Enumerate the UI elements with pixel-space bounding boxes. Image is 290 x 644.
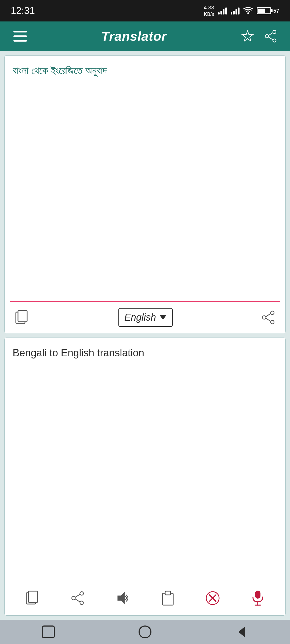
menu-button[interactable] <box>11 28 30 44</box>
share-source-icon <box>262 310 275 324</box>
svg-rect-11 <box>18 310 27 322</box>
share-toolbar-icon <box>265 30 277 43</box>
speaker-button[interactable] <box>113 588 132 608</box>
svg-point-7 <box>273 39 276 42</box>
nav-square-button[interactable] <box>39 622 58 642</box>
svg-rect-2 <box>13 35 27 37</box>
star-icon <box>241 30 254 43</box>
app-title: Translator <box>101 29 167 44</box>
svg-rect-36 <box>42 626 54 638</box>
battery-container: 57 <box>257 7 279 14</box>
result-card: Bengali to English translation <box>4 338 286 616</box>
toolbar: Translator <box>0 21 290 51</box>
cancel-circle-icon <box>206 591 220 605</box>
share-source-button[interactable] <box>259 308 277 327</box>
status-time: 12:31 <box>11 5 35 16</box>
microphone-icon <box>251 590 264 606</box>
status-bar: 12:31 4.33 KB/s <box>0 0 290 21</box>
battery-icon <box>257 7 271 14</box>
source-placeholder-text: বাংলা থেকে ইংরেজিতে অনুবাদ <box>13 65 107 76</box>
signal-bars-1 <box>218 7 227 14</box>
svg-point-6 <box>265 35 269 38</box>
svg-line-24 <box>75 599 80 602</box>
copy-result-button[interactable] <box>23 588 42 608</box>
svg-line-9 <box>269 37 273 40</box>
top-card-bar: English <box>5 302 285 333</box>
svg-rect-31 <box>255 591 260 599</box>
battery-percent: 57 <box>273 8 279 14</box>
svg-point-13 <box>271 311 274 314</box>
svg-marker-12 <box>159 315 167 320</box>
share-result-icon <box>71 591 84 605</box>
status-icons: 4.33 KB/s 57 <box>204 4 279 17</box>
result-text-area: Bengali to English translation <box>5 338 285 581</box>
copy-result-icon <box>26 591 40 606</box>
volume-icon <box>116 591 130 605</box>
svg-point-21 <box>72 597 75 600</box>
svg-rect-19 <box>28 591 38 602</box>
svg-marker-38 <box>238 627 245 637</box>
selected-language: English <box>124 312 156 323</box>
svg-point-0 <box>247 12 249 14</box>
copy-source-button[interactable] <box>13 307 32 328</box>
nav-home-button[interactable] <box>135 622 155 642</box>
copy-source-icon <box>15 310 29 325</box>
svg-point-14 <box>262 316 266 319</box>
wifi-icon <box>243 7 253 14</box>
nav-back-button[interactable] <box>232 622 251 642</box>
nav-back-icon <box>235 625 249 639</box>
bottom-card-bar <box>5 581 285 615</box>
svg-point-37 <box>139 626 151 638</box>
svg-marker-4 <box>242 31 253 41</box>
svg-point-5 <box>273 30 276 34</box>
svg-line-8 <box>269 33 273 35</box>
chevron-down-icon <box>159 315 167 320</box>
cancel-button[interactable] <box>203 588 222 608</box>
svg-point-22 <box>80 601 84 605</box>
svg-rect-3 <box>13 40 27 42</box>
svg-marker-25 <box>118 593 124 603</box>
svg-point-20 <box>80 592 84 595</box>
favorite-button[interactable] <box>238 27 257 45</box>
share-result-button[interactable] <box>68 588 87 608</box>
svg-rect-27 <box>165 591 171 595</box>
language-dropdown[interactable]: English <box>118 308 173 327</box>
nav-bar <box>0 620 290 644</box>
svg-line-17 <box>266 318 270 321</box>
source-text-area[interactable]: বাংলা থেকে ইংরেজিতে অনুবাদ <box>5 56 285 301</box>
svg-rect-1 <box>13 31 27 32</box>
main-content: বাংলা থেকে ইংরেজিতে অনুবাদ English <box>0 51 290 620</box>
source-card: বাংলা থেকে ইংরেজিতে অনুবাদ English <box>4 55 286 333</box>
result-translation-text: Bengali to English translation <box>13 347 144 358</box>
hamburger-icon <box>13 31 27 42</box>
microphone-button[interactable] <box>249 587 267 609</box>
clipboard-button[interactable] <box>159 588 177 608</box>
share-toolbar-button[interactable] <box>262 27 279 45</box>
svg-line-16 <box>266 314 270 317</box>
data-speed: 4.33 KB/s <box>204 4 214 17</box>
signal-bars-2 <box>231 7 240 14</box>
nav-square-icon <box>41 625 55 639</box>
svg-line-23 <box>75 594 80 597</box>
clipboard-icon <box>161 591 174 606</box>
toolbar-actions <box>238 27 279 45</box>
nav-circle-icon <box>138 625 152 639</box>
svg-point-15 <box>271 320 274 324</box>
